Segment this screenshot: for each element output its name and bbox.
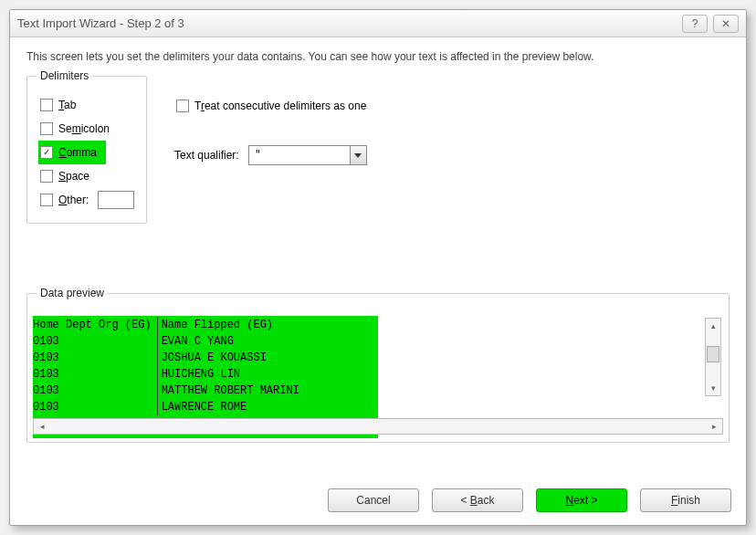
checkbox-comma[interactable]: [40, 146, 53, 159]
close-icon: ✕: [721, 17, 730, 30]
button-row: Cancel < Back Next > Finish: [10, 479, 746, 525]
close-button[interactable]: ✕: [713, 15, 739, 33]
back-button-label: < Back: [460, 494, 494, 507]
checkbox-other[interactable]: [40, 194, 53, 206]
titlebar: Text Import Wizard - Step 2 of 3 ? ✕: [10, 10, 746, 37]
intro-text: This screen lets you set the delimiters …: [26, 50, 730, 63]
next-button-label: Next >: [565, 494, 597, 507]
checkbox-space-row[interactable]: Space: [38, 164, 137, 188]
finish-button[interactable]: Finish: [640, 488, 731, 512]
checkbox-semicolon-label: Semicolon: [58, 122, 110, 135]
checkbox-treat-consecutive-row[interactable]: Treat consecutive delimiters as one: [174, 94, 367, 118]
text-qualifier-dropdown-button[interactable]: [350, 146, 366, 164]
checkbox-space[interactable]: [40, 170, 53, 183]
checkbox-treat-consecutive[interactable]: [176, 100, 189, 112]
chevron-down-icon: [354, 153, 362, 158]
checkbox-semicolon-row[interactable]: Semicolon: [38, 117, 137, 141]
help-icon: ?: [692, 17, 698, 30]
checkbox-tab-row[interactable]: Tab: [38, 93, 137, 117]
cancel-button-label: Cancel: [356, 494, 390, 507]
next-button[interactable]: Next >: [536, 488, 627, 512]
text-qualifier-value: ": [249, 146, 350, 164]
checkbox-treat-consecutive-label: Treat consecutive delimiters as one: [194, 100, 366, 112]
delimiters-legend: Delimiters: [37, 69, 92, 82]
text-qualifier-select[interactable]: ": [248, 145, 367, 165]
data-preview-group: Data preview Home Dept Org (EG) 0103 010…: [26, 293, 730, 443]
data-preview: Home Dept Org (EG) 0103 0103 0103 0103 0…: [33, 316, 723, 416]
checkbox-other-row[interactable]: Other:: [38, 188, 137, 212]
delimiters-group: Delimiters Tab Semicolon Comma Space: [26, 76, 147, 224]
preview-column-1: Home Dept Org (EG) 0103 0103 0103 0103 0…: [33, 317, 158, 415]
checkbox-tab[interactable]: [40, 99, 53, 111]
scroll-right-icon[interactable]: ▸: [706, 422, 722, 431]
checkbox-comma-row[interactable]: Comma: [38, 141, 106, 164]
scroll-left-icon[interactable]: ◂: [34, 422, 50, 431]
text-import-wizard-dialog: Text Import Wizard - Step 2 of 3 ? ✕ Thi…: [9, 9, 747, 526]
other-delimiter-input[interactable]: [98, 191, 134, 209]
checkbox-semicolon[interactable]: [40, 122, 53, 135]
text-qualifier-label: Text qualifier:: [174, 149, 239, 162]
horizontal-scrollbar[interactable]: ◂ ▸: [33, 418, 723, 435]
data-preview-legend: Data preview: [37, 287, 108, 299]
back-button[interactable]: < Back: [432, 488, 523, 512]
finish-button-label: Finish: [671, 494, 700, 507]
checkbox-tab-label: Tab: [58, 99, 76, 111]
checkbox-comma-label: Comma: [58, 146, 97, 159]
checkbox-space-label: Space: [58, 170, 89, 183]
dialog-title: Text Import Wizard - Step 2 of 3: [17, 16, 184, 30]
cancel-button[interactable]: Cancel: [328, 488, 419, 512]
preview-column-2: Name Flipped (EG) EVAN C YANG JOSHUA E K…: [162, 317, 305, 415]
checkbox-other-label: Other:: [58, 194, 89, 206]
help-button[interactable]: ?: [682, 15, 708, 33]
